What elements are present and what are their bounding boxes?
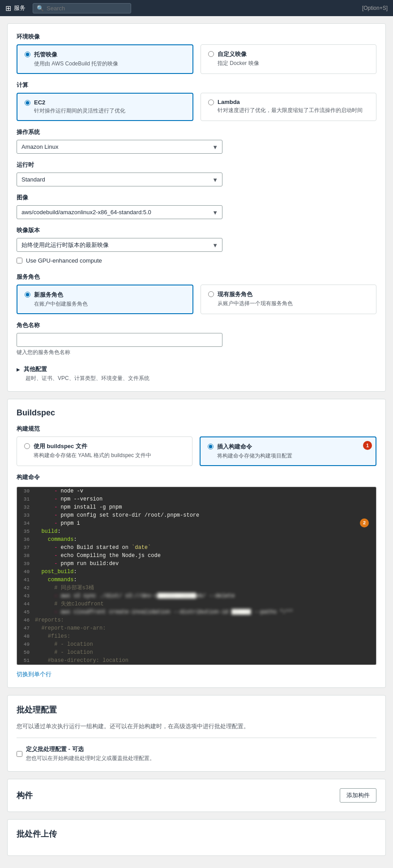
custom-image-option[interactable]: 自定义映像 指定 Docker 映像 [201,44,376,74]
insert-cmd-radio[interactable] [208,444,214,449]
lambda-desc: 针对速度进行了优化，最大限度缩短了工作流操作的启动时间 [218,107,363,114]
os-label: 操作系统 [17,128,376,136]
code-line-48: 48 #files: [17,632,376,640]
os-select-wrapper: Amazon Linux ▼ [17,140,222,154]
code-line-34: 34 - pnpm i [17,519,376,527]
other-config-desc: 超时、证书、VPC、计算类型、环境变量、文件系统 [26,375,376,382]
existing-role-desc: 从账户中选择一个现有服务角色 [218,300,293,307]
existing-role-option[interactable]: 现有服务角色 从账户中选择一个现有服务角色 [201,285,376,314]
code-line-42: 42 # 同步部署s3桶 [17,584,376,592]
role-name-label: 角色名称 [17,321,376,329]
custom-image-radio[interactable] [208,51,214,57]
new-role-title: 新服务角色 [34,291,88,299]
batch-config-section: 批处理配置 您可以通过单次执行运行一组构建。还可以在开始构建时，在高级选项中进行… [7,695,386,772]
insert-cmd-title: 插入构建命令 [217,443,292,451]
new-role-desc: 在账户中创建服务角色 [34,300,88,308]
code-editor[interactable]: 2 30 - node -v 31 - npm --version 32 - n… [17,487,376,665]
batch-artifact-section: 批处件上传 [7,819,386,856]
image-select-wrapper: aws/codebuild/amazonlinux2-x86_64-standa… [17,205,222,219]
new-role-option[interactable]: 新服务角色 在账户中创建服务角色 [17,285,193,314]
lambda-radio[interactable] [208,99,214,105]
keyboard-shortcut: [Option+S] [362,5,388,11]
code-line-33: 33 - pnpm config set store-dir /root/.pn… [17,511,376,519]
gpu-checkbox[interactable] [17,258,22,263]
runtime-select-wrapper: Standard ▼ [17,173,222,186]
image-select[interactable]: aws/codebuild/amazonlinux2-x86_64-standa… [17,205,222,219]
search-input[interactable] [47,5,127,12]
code-line-37: 37 - echo Build started on `date` [17,544,376,552]
image-version-select[interactable]: 始终使用此运行时版本的最新映像 [17,238,222,252]
env-image-label: 环境映像 [17,33,376,41]
code-line-46: 46 #reports: [17,616,376,624]
ec2-radio[interactable] [25,100,30,106]
search-bar[interactable]: 🔍 [33,3,131,13]
gpu-label: Use GPU-enhanced compute [26,257,102,264]
batch-checkbox-label: 定义批处理配置 - 可选 [26,745,155,753]
other-config-toggle[interactable]: ▶ 其他配置 [17,365,376,373]
batch-artifact-title: 批处件上传 [17,829,376,839]
code-line-49: 49 # - location [17,640,376,648]
image-type-group: 托管映像 使用由 AWS CodeBuild 托管的映像 自定义映像 指定 Do… [17,44,376,74]
insert-cmd-option[interactable]: 插入构建命令 将构建命令存储为构建项目配置 1 [200,436,376,466]
existing-role-radio[interactable] [208,291,214,297]
buildspec-section: Buildspec 构建规范 使用 buildspec 文件 将构建命令存储在 … [7,399,386,688]
artifacts-section: 构件 添加构件 [7,779,386,812]
managed-image-option[interactable]: 托管映像 使用由 AWS CodeBuild 托管的映像 [17,44,193,74]
batch-checkbox-row: 定义批处理配置 - 可选 您也可以在开始构建批处理时定义或覆盖批处理配置。 [17,745,376,762]
ec2-title: EC2 [34,99,125,106]
new-role-radio[interactable] [25,292,30,298]
batch-title: 批处理配置 [17,704,376,715]
compute-type-group: EC2 针对操作运行期间的灵活性进行了优化 Lambda 针对速度进行了优化，最… [17,93,376,121]
custom-image-desc: 指定 Docker 映像 [218,60,259,67]
batch-checkbox-desc: 您也可以在开始构建批处理时定义或覆盖批处理配置。 [26,755,155,762]
ec2-option[interactable]: EC2 针对操作运行期间的灵活性进行了优化 [17,93,193,121]
code-line-50: 50 # - location [17,648,376,656]
code-line-43: 43 - aws s3 sync ./dist/ s3://dev-s█████… [17,592,376,600]
artifacts-header: 构件 添加构件 [17,788,376,803]
batch-checkbox[interactable] [17,751,22,757]
image-label: 图像 [17,194,376,202]
code-line-31: 31 - npm --version [17,495,376,503]
services-menu[interactable]: ⊞ 服务 [5,4,26,13]
code-line-44: 44 # 失效cloudfront [17,600,376,608]
ec2-desc: 针对操作运行期间的灵活性进行了优化 [34,107,125,115]
build-cmd-label: 构建命令 [17,473,376,481]
build-spec-label: 构建规范 [17,425,376,433]
use-file-radio[interactable] [24,443,30,449]
code-line-40: 40 post_build: [17,568,376,576]
grid-icon: ⊞ [5,4,11,13]
gpu-checkbox-row: Use GPU-enhanced compute [17,257,376,264]
other-config-title: 其他配置 [24,365,47,373]
switch-to-single-link[interactable]: 切换到单个行 [17,670,51,678]
managed-image-title: 托管映像 [34,51,118,59]
services-label: 服务 [14,4,26,12]
managed-image-radio[interactable] [25,52,30,57]
artifacts-title: 构件 [17,790,33,801]
environment-section: 环境映像 托管映像 使用由 AWS CodeBuild 托管的映像 自定义映像 … [7,23,386,392]
add-artifact-button[interactable]: 添加构件 [340,788,376,803]
existing-role-title: 现有服务角色 [218,290,293,298]
use-file-option[interactable]: 使用 buildspec 文件 将构建命令存储在 YAML 格式的 builds… [17,436,192,466]
batch-desc: 您可以通过单次执行运行一组构建。还可以在开始构建时，在高级选项中进行批处理配置。 [17,722,376,730]
service-role-label: 服务角色 [17,273,376,281]
buildspec-type-group: 使用 buildspec 文件 将构建命令存储在 YAML 格式的 builds… [17,436,376,466]
managed-image-desc: 使用由 AWS CodeBuild 托管的映像 [34,60,118,68]
lambda-option[interactable]: Lambda 针对速度进行了优化，最大限度缩短了工作流操作的启动时间 [201,93,376,121]
use-file-title: 使用 buildspec 文件 [34,442,151,450]
code-line-35: 35 build: [17,527,376,535]
buildspec-title: Buildspec [17,408,376,418]
code-line-51: 51 #base-directory: location [17,656,376,665]
runtime-select[interactable]: Standard [17,173,222,186]
insert-cmd-desc: 将构建命令存储为构建项目配置 [217,452,292,460]
image-version-select-wrapper: 始终使用此运行时版本的最新映像 ▼ [17,238,222,252]
image-version-label: 映像版本 [17,226,376,234]
triangle-icon: ▶ [17,367,20,372]
custom-image-title: 自定义映像 [218,50,259,58]
os-select[interactable]: Amazon Linux [17,140,222,154]
code-line-38: 38 - echo Compiling the Node.js code [17,552,376,560]
code-badge-2: 2 [360,518,369,527]
role-name-input[interactable]: codebuild-dev-█████████████-service-role [17,333,222,347]
code-line-32: 32 - npm install -g pnpm [17,503,376,511]
compute-label: 计算 [17,81,376,89]
buildspec-badge: 1 [363,441,372,450]
